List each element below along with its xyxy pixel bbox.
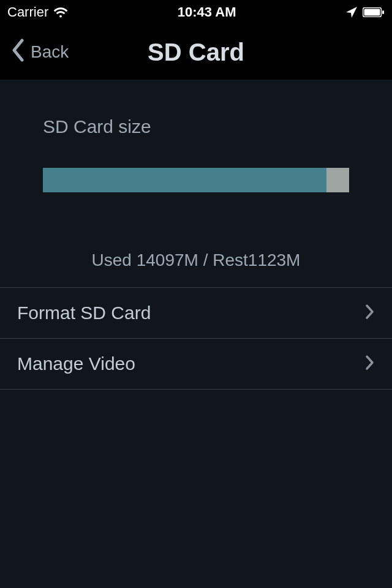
status-bar: Carrier 10:43 AM: [0, 0, 392, 24]
sd-size-label: SD Card size: [0, 80, 392, 137]
nav-bar: Back SD Card: [0, 24, 392, 80]
carrier-label: Carrier: [7, 4, 48, 20]
back-button[interactable]: Back: [0, 39, 69, 66]
svg-rect-2: [382, 10, 384, 14]
back-label: Back: [31, 42, 69, 62]
svg-rect-1: [364, 9, 380, 16]
menu-list: Format SD Card Manage Video: [0, 287, 392, 390]
battery-icon: [363, 7, 385, 17]
manage-video-row[interactable]: Manage Video: [0, 338, 392, 390]
sd-usage-bar: [43, 168, 349, 192]
manage-video-label: Manage Video: [17, 353, 135, 374]
chevron-left-icon: [11, 39, 24, 66]
location-icon: [345, 6, 358, 18]
chevron-right-icon: [365, 355, 375, 373]
chevron-right-icon: [365, 304, 375, 322]
content: SD Card size Used 14097M / Rest1123M For…: [0, 80, 392, 390]
format-sd-row[interactable]: Format SD Card: [0, 287, 392, 338]
format-sd-label: Format SD Card: [17, 303, 151, 323]
wifi-icon: [53, 7, 68, 18]
sd-usage-fill: [43, 168, 326, 192]
sd-usage-text: Used 14097M / Rest1123M: [0, 251, 392, 287]
status-time: 10:43 AM: [178, 4, 236, 20]
